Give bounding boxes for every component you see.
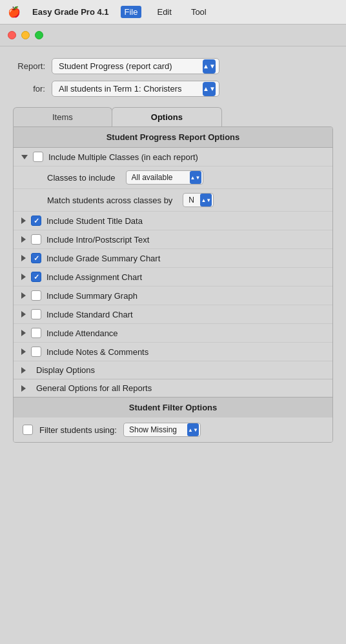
filter-select[interactable]: Show Missing: [123, 423, 201, 437]
summary-graph-checkbox[interactable]: [31, 290, 41, 301]
display-options-triangle[interactable]: [21, 367, 26, 374]
standard-chart-triangle[interactable]: [21, 311, 26, 317]
classes-to-include-row: Classes to include All available ▲▼: [14, 166, 332, 189]
close-button[interactable]: [8, 31, 16, 39]
summary-graph-label: Include Summary Graph: [46, 291, 325, 301]
filter-row: Filter students using: Show Missing ▲▼: [14, 418, 332, 442]
grade-summary-checkbox[interactable]: [31, 253, 41, 263]
attendance-checkbox[interactable]: [31, 328, 41, 338]
multiple-classes-label: Include Multiple Classes (in each report…: [48, 152, 325, 162]
option-grade-summary: Include Grade Summary Chart: [14, 249, 332, 268]
option-display-options: Display Options: [14, 361, 332, 379]
for-select[interactable]: All students in Term 1: Choristers: [52, 81, 219, 97]
option-assignment-chart: Include Assignment Chart: [14, 268, 332, 287]
attendance-triangle[interactable]: [21, 330, 26, 336]
option-multiple-classes: Include Multiple Classes (in each report…: [14, 148, 332, 166]
for-row: for: All students in Term 1: Choristers …: [13, 81, 333, 97]
report-select[interactable]: Student Progress (report card): [52, 58, 219, 74]
filter-label: Filter students using:: [39, 425, 117, 435]
menu-file[interactable]: File: [121, 6, 142, 18]
option-summary-graph: Include Summary Graph: [14, 287, 332, 305]
minimize-button[interactable]: [21, 31, 30, 39]
grade-summary-label: Include Grade Summary Chart: [46, 254, 325, 263]
grade-summary-triangle[interactable]: [21, 255, 26, 261]
filter-checkbox[interactable]: [23, 425, 33, 435]
notes-comments-label: Include Notes & Comments: [46, 347, 325, 357]
option-attendance: Include Attendance: [14, 324, 332, 343]
assignment-chart-checkbox[interactable]: [31, 272, 41, 282]
for-select-wrapper: All students in Term 1: Choristers ▲▼: [52, 81, 219, 97]
apple-menu[interactable]: 🍎: [8, 6, 21, 18]
intro-postscript-checkbox[interactable]: [31, 234, 41, 245]
classes-select[interactable]: All available: [126, 170, 203, 185]
intro-postscript-label: Include Intro/Postscript Text: [46, 235, 325, 245]
tab-items[interactable]: Items: [13, 107, 112, 126]
for-label: for:: [13, 84, 45, 94]
match-students-row: Match students across classes by N ▲▼: [14, 189, 332, 212]
attendance-label: Include Attendance: [46, 328, 325, 338]
notes-comments-triangle[interactable]: [21, 348, 26, 355]
options-section-header: Student Progress Report Options: [14, 127, 332, 148]
option-general-options: General Options for all Reports: [14, 379, 332, 397]
title-bar: [0, 25, 346, 46]
general-options-label: General Options for all Reports: [36, 383, 325, 393]
assignment-chart-label: Include Assignment Chart: [46, 272, 325, 282]
multiple-classes-checkbox[interactable]: [33, 152, 43, 162]
menu-tool[interactable]: Tool: [187, 6, 210, 18]
match-select-wrapper: N ▲▼: [183, 193, 214, 207]
assignment-chart-triangle[interactable]: [21, 274, 26, 280]
standard-chart-checkbox[interactable]: [31, 309, 41, 319]
filter-section-header: Student Filter Options: [14, 397, 332, 418]
option-student-title: Include Student Title Data: [14, 212, 332, 230]
option-standard-chart: Include Standard Chart: [14, 305, 332, 324]
classes-select-wrapper: All available ▲▼: [126, 170, 203, 185]
intro-postscript-triangle[interactable]: [21, 236, 26, 243]
menu-edit[interactable]: Edit: [153, 6, 175, 18]
main-content: Report: Student Progress (report card) ▲…: [0, 46, 346, 454]
report-select-wrapper: Student Progress (report card) ▲▼: [52, 58, 219, 74]
display-options-label: Display Options: [36, 365, 325, 375]
option-intro-postscript: Include Intro/Postscript Text: [14, 230, 332, 249]
option-notes-comments: Include Notes & Comments: [14, 343, 332, 361]
summary-graph-triangle[interactable]: [21, 292, 26, 299]
general-options-triangle[interactable]: [21, 385, 26, 392]
options-panel: Student Progress Report Options Include …: [13, 126, 333, 443]
filter-section: Student Filter Options Filter students u…: [14, 397, 332, 442]
app-name: Easy Grade Pro 4.1: [32, 7, 109, 17]
student-title-triangle[interactable]: [21, 217, 26, 224]
report-label: Report:: [13, 61, 45, 71]
student-title-checkbox[interactable]: [31, 216, 41, 226]
report-row: Report: Student Progress (report card) ▲…: [13, 58, 333, 74]
notes-comments-checkbox[interactable]: [31, 347, 41, 357]
match-select[interactable]: N: [183, 193, 214, 207]
standard-chart-label: Include Standard Chart: [46, 310, 325, 319]
zoom-button[interactable]: [35, 31, 43, 39]
tab-options[interactable]: Options: [112, 107, 222, 126]
student-title-label: Include Student Title Data: [46, 216, 325, 226]
tabs-container: Items Options: [13, 107, 333, 126]
match-students-label: Match students across classes by: [47, 196, 172, 205]
filter-select-wrapper: Show Missing ▲▼: [123, 423, 201, 437]
multiple-classes-triangle[interactable]: [21, 155, 28, 159]
menu-bar: 🍎 Easy Grade Pro 4.1 File Edit Tool: [0, 0, 346, 25]
classes-to-include-label: Classes to include: [47, 173, 116, 183]
